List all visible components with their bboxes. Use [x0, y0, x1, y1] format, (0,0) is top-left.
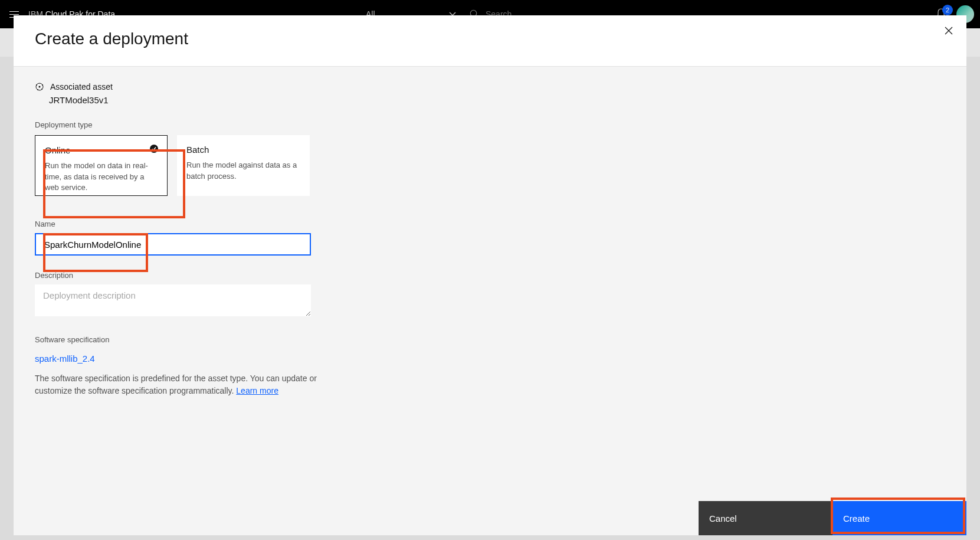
- learn-more-link[interactable]: Learn more: [236, 386, 278, 395]
- deployment-type-label: Deployment type: [35, 120, 945, 129]
- close-icon: [944, 26, 953, 35]
- card-title: Online: [45, 144, 158, 157]
- card-desc: Run the model on data in real-time, as d…: [45, 161, 158, 194]
- software-spec-text: The software specification is predefined…: [35, 372, 342, 397]
- software-spec-label: Software specification: [35, 335, 342, 344]
- associated-asset-row: Associated asset: [35, 82, 945, 91]
- software-spec-link[interactable]: spark-mllib_2.4: [35, 354, 95, 364]
- name-label: Name: [35, 220, 945, 228]
- associated-asset-label: Associated asset: [50, 82, 113, 91]
- modal-body: Associated asset JRTModel35v1 Deployment…: [14, 67, 966, 535]
- create-button-label: Create: [843, 513, 870, 523]
- notification-badge: 2: [942, 5, 953, 15]
- asset-icon: [35, 82, 44, 91]
- svg-point-5: [39, 86, 41, 88]
- modal-header: Create a deployment: [14, 15, 966, 67]
- software-spec-block: Software specification spark-mllib_2.4 T…: [35, 335, 342, 397]
- create-deployment-modal: Create a deployment Associated asset JRT…: [14, 15, 966, 535]
- deployment-type-online[interactable]: Online Run the model on data in real-tim…: [35, 135, 168, 196]
- card-title: Batch: [186, 143, 300, 156]
- create-button[interactable]: Create: [832, 501, 966, 535]
- description-textarea[interactable]: [35, 284, 311, 316]
- close-button[interactable]: [942, 24, 956, 38]
- svg-point-8: [37, 89, 38, 90]
- modal-footer: Cancel Create: [699, 501, 966, 535]
- checkmark-filled-icon: [149, 144, 159, 153]
- card-desc: Run the model against data as a batch pr…: [186, 160, 300, 182]
- svg-point-6: [36, 84, 37, 86]
- svg-point-10: [150, 145, 158, 153]
- name-input[interactable]: [35, 233, 311, 256]
- deployment-type-cards: Online Run the model on data in real-tim…: [35, 135, 945, 196]
- cancel-button[interactable]: Cancel: [699, 501, 832, 535]
- deployment-type-batch[interactable]: Batch Run the model against data as a ba…: [177, 135, 310, 196]
- svg-point-9: [41, 89, 42, 90]
- description-block: Description: [35, 271, 945, 319]
- name-block: Name: [35, 220, 945, 256]
- associated-asset-value: JRTModel35v1: [49, 95, 945, 105]
- svg-point-7: [42, 84, 43, 86]
- modal-title: Create a deployment: [35, 30, 945, 48]
- cancel-button-label: Cancel: [709, 513, 737, 523]
- description-label: Description: [35, 271, 945, 280]
